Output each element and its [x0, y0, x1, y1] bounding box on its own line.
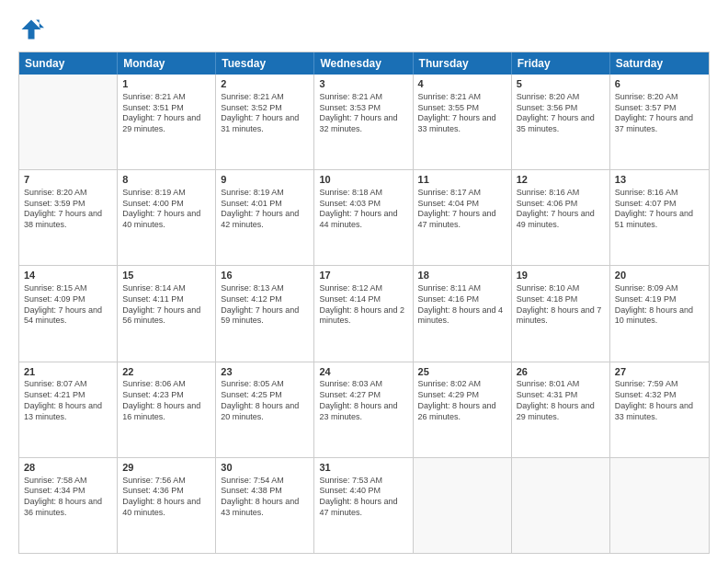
- sunrise-text: Sunrise: 8:20 AM: [615, 92, 678, 101]
- day-number: 29: [122, 461, 210, 475]
- sunrise-text: Sunrise: 8:21 AM: [122, 92, 186, 101]
- day-number: 5: [517, 77, 605, 91]
- calendar-cell-21: 21Sunrise: 8:07 AMSunset: 4:21 PMDayligh…: [19, 362, 118, 457]
- daylight-text: Daylight: 8 hours and 2 minutes.: [319, 305, 404, 326]
- daylight-text: Daylight: 7 hours and 32 minutes.: [319, 113, 397, 133]
- calendar-cell-26: 26Sunrise: 8:01 AMSunset: 4:31 PMDayligh…: [512, 362, 610, 457]
- sunrise-text: Sunrise: 8:21 AM: [319, 92, 382, 101]
- sunset-text: Sunset: 4:03 PM: [319, 199, 381, 208]
- day-number: 7: [24, 173, 112, 187]
- header-day-thursday: Thursday: [414, 52, 512, 75]
- header: [18, 17, 710, 42]
- sunrise-text: Sunrise: 8:12 AM: [319, 283, 382, 293]
- daylight-text: Daylight: 8 hours and 40 minutes.: [122, 497, 200, 517]
- day-info: Sunrise: 7:53 AMSunset: 4:40 PMDaylight:…: [319, 476, 407, 519]
- day-number: 9: [221, 173, 309, 187]
- sunrise-text: Sunrise: 8:15 AM: [24, 283, 87, 293]
- calendar-cell-3: 3Sunrise: 8:21 AMSunset: 3:53 PMDaylight…: [314, 75, 413, 169]
- calendar-week-5: 28Sunrise: 7:58 AMSunset: 4:34 PMDayligh…: [19, 458, 709, 553]
- calendar-cell-17: 17Sunrise: 8:12 AMSunset: 4:14 PMDayligh…: [314, 266, 413, 361]
- day-number: 22: [122, 365, 210, 379]
- sunset-text: Sunset: 4:00 PM: [122, 199, 184, 208]
- calendar-cell-1: 1Sunrise: 8:21 AMSunset: 3:51 PMDaylight…: [118, 75, 216, 169]
- sunset-text: Sunset: 4:14 PM: [319, 294, 381, 304]
- day-number: 25: [418, 365, 506, 379]
- day-number: 1: [122, 77, 210, 91]
- daylight-text: Daylight: 8 hours and 26 minutes.: [418, 401, 496, 421]
- logo-icon: [18, 17, 44, 42]
- day-info: Sunrise: 8:07 AMSunset: 4:21 PMDaylight:…: [24, 379, 112, 422]
- daylight-text: Daylight: 8 hours and 10 minutes.: [615, 305, 693, 326]
- header-day-tuesday: Tuesday: [216, 52, 314, 75]
- sunset-text: Sunset: 4:11 PM: [122, 294, 184, 304]
- calendar-cell-9: 9Sunrise: 8:19 AMSunset: 4:01 PMDaylight…: [216, 170, 314, 265]
- day-info: Sunrise: 8:15 AMSunset: 4:09 PMDaylight:…: [24, 283, 112, 327]
- day-info: Sunrise: 8:01 AMSunset: 4:31 PMDaylight:…: [517, 379, 605, 422]
- sunset-text: Sunset: 4:16 PM: [418, 294, 480, 304]
- sunrise-text: Sunrise: 7:54 AM: [221, 476, 284, 485]
- sunrise-text: Sunrise: 8:17 AM: [418, 188, 482, 197]
- sunset-text: Sunset: 3:59 PM: [24, 199, 85, 208]
- sunrise-text: Sunrise: 8:10 AM: [517, 283, 580, 293]
- daylight-text: Daylight: 7 hours and 51 minutes.: [615, 209, 693, 229]
- sunset-text: Sunset: 3:51 PM: [122, 103, 184, 112]
- daylight-text: Daylight: 7 hours and 38 minutes.: [24, 209, 102, 229]
- day-info: Sunrise: 8:19 AMSunset: 4:01 PMDaylight:…: [221, 188, 309, 231]
- day-info: Sunrise: 8:05 AMSunset: 4:25 PMDaylight:…: [221, 379, 309, 422]
- sunrise-text: Sunrise: 8:21 AM: [221, 92, 284, 101]
- calendar-header: SundayMondayTuesdayWednesdayThursdayFrid…: [19, 52, 709, 75]
- calendar-cell-23: 23Sunrise: 8:05 AMSunset: 4:25 PMDayligh…: [216, 362, 314, 457]
- day-number: 23: [221, 365, 309, 379]
- day-number: 28: [24, 461, 112, 475]
- calendar-week-4: 21Sunrise: 8:07 AMSunset: 4:21 PMDayligh…: [19, 362, 709, 458]
- sunrise-text: Sunrise: 8:16 AM: [615, 188, 678, 197]
- sunset-text: Sunset: 4:25 PM: [221, 390, 282, 399]
- calendar-cell-6: 6Sunrise: 8:20 AMSunset: 3:57 PMDaylight…: [610, 75, 709, 169]
- header-day-saturday: Saturday: [610, 52, 709, 75]
- calendar-cell-30: 30Sunrise: 7:54 AMSunset: 4:38 PMDayligh…: [216, 458, 314, 553]
- day-number: 24: [319, 365, 407, 379]
- day-info: Sunrise: 8:16 AMSunset: 4:06 PMDaylight:…: [517, 188, 605, 231]
- day-number: 3: [319, 77, 407, 91]
- daylight-text: Daylight: 7 hours and 47 minutes.: [418, 209, 496, 229]
- sunrise-text: Sunrise: 8:20 AM: [517, 92, 580, 101]
- day-number: 16: [221, 269, 309, 282]
- calendar-cell-empty: [512, 458, 610, 553]
- logo: [18, 17, 48, 42]
- sunrise-text: Sunrise: 8:18 AM: [319, 188, 382, 197]
- sunset-text: Sunset: 4:04 PM: [418, 199, 480, 208]
- daylight-text: Daylight: 7 hours and 59 minutes.: [221, 305, 299, 326]
- day-info: Sunrise: 8:21 AMSunset: 3:51 PMDaylight:…: [122, 92, 210, 135]
- daylight-text: Daylight: 8 hours and 7 minutes.: [517, 305, 602, 326]
- header-day-monday: Monday: [118, 52, 216, 75]
- day-info: Sunrise: 8:18 AMSunset: 4:03 PMDaylight:…: [319, 188, 407, 231]
- svg-marker-0: [22, 20, 41, 40]
- day-number: 15: [122, 269, 210, 282]
- header-day-sunday: Sunday: [19, 52, 118, 75]
- day-info: Sunrise: 8:20 AMSunset: 3:56 PMDaylight:…: [517, 92, 605, 135]
- day-info: Sunrise: 8:06 AMSunset: 4:23 PMDaylight:…: [122, 379, 210, 422]
- sunset-text: Sunset: 4:31 PM: [517, 390, 578, 399]
- calendar-week-3: 14Sunrise: 8:15 AMSunset: 4:09 PMDayligh…: [19, 266, 709, 362]
- sunset-text: Sunset: 4:12 PM: [221, 294, 282, 304]
- sunset-text: Sunset: 4:09 PM: [24, 294, 85, 304]
- daylight-text: Daylight: 7 hours and 40 minutes.: [122, 209, 200, 229]
- calendar-cell-19: 19Sunrise: 8:10 AMSunset: 4:18 PMDayligh…: [512, 266, 610, 361]
- sunset-text: Sunset: 4:23 PM: [122, 390, 184, 399]
- day-number: 11: [418, 173, 506, 187]
- sunrise-text: Sunrise: 8:02 AM: [418, 379, 482, 388]
- day-number: 21: [24, 365, 112, 379]
- day-number: 26: [517, 365, 605, 379]
- sunrise-text: Sunrise: 7:53 AM: [319, 476, 382, 485]
- sunrise-text: Sunrise: 8:09 AM: [615, 283, 678, 293]
- daylight-text: Daylight: 7 hours and 29 minutes.: [122, 113, 200, 133]
- day-number: 31: [319, 461, 407, 475]
- day-info: Sunrise: 8:11 AMSunset: 4:16 PMDaylight:…: [418, 283, 506, 327]
- calendar-cell-28: 28Sunrise: 7:58 AMSunset: 4:34 PMDayligh…: [19, 458, 118, 553]
- day-info: Sunrise: 8:12 AMSunset: 4:14 PMDaylight:…: [319, 283, 407, 327]
- sunset-text: Sunset: 4:32 PM: [615, 390, 677, 399]
- calendar-cell-16: 16Sunrise: 8:13 AMSunset: 4:12 PMDayligh…: [216, 266, 314, 361]
- sunrise-text: Sunrise: 8:19 AM: [221, 188, 284, 197]
- daylight-text: Daylight: 8 hours and 13 minutes.: [24, 401, 102, 421]
- sunset-text: Sunset: 4:36 PM: [122, 486, 184, 495]
